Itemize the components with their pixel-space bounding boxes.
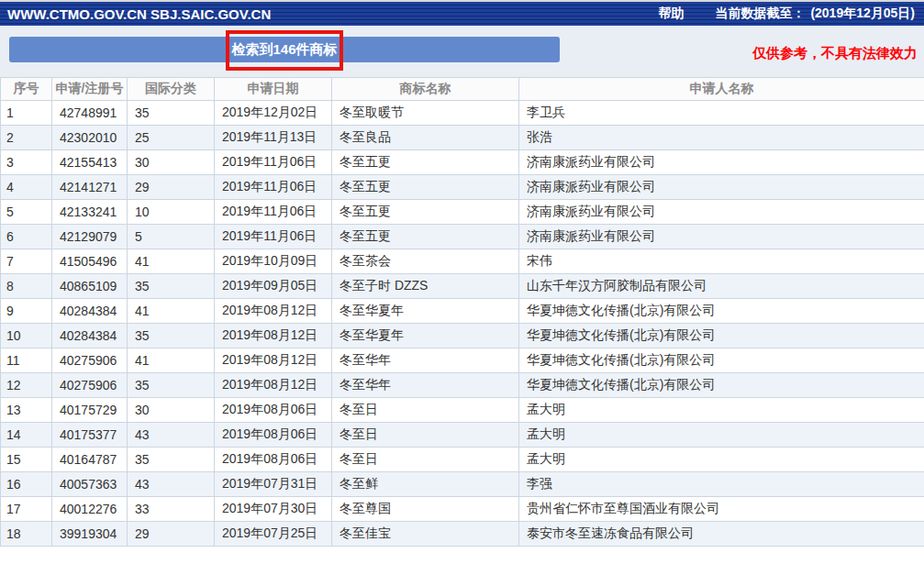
reg-no-link[interactable]: 40012276 <box>52 497 128 522</box>
trademark-link[interactable]: 冬至尊国 <box>332 497 519 522</box>
applicant-cell: 华夏坤德文化传播(北京)有限公司 <box>519 299 924 324</box>
applicant-cell: 济南康派药业有限公司 <box>519 150 924 175</box>
applicant-cell: 李卫兵 <box>519 101 924 126</box>
reg-no-link[interactable]: 40275906 <box>52 348 128 373</box>
seq-cell: 13 <box>1 398 52 423</box>
reg-no-link[interactable]: 40284384 <box>52 299 128 324</box>
column-header-applicant: 申请人名称 <box>519 78 924 101</box>
apply-date-cell: 2019年12月02日 <box>215 101 332 126</box>
applicant-cell: 济南康派药业有限公司 <box>519 175 924 200</box>
trademark-link[interactable]: 冬至取暖节 <box>332 101 519 126</box>
seq-cell: 12 <box>1 373 52 398</box>
seq-cell: 9 <box>1 299 52 324</box>
intl-class-cell: 33 <box>128 497 215 522</box>
reg-no-link[interactable]: 40175729 <box>52 398 128 423</box>
reg-no-link[interactable]: 42133241 <box>52 200 128 225</box>
seq-cell: 11 <box>1 348 52 373</box>
trademark-link[interactable]: 冬至五更 <box>332 225 519 249</box>
table-row: 15 40164787 35 2019年08月06日 冬至日 孟大明 <box>1 448 924 472</box>
trademark-link[interactable]: 冬至五更 <box>332 150 519 175</box>
apply-date-cell: 2019年11月06日 <box>215 200 332 225</box>
table-row: 4 42141271 29 2019年11月06日 冬至五更 济南康派药业有限公… <box>1 175 924 200</box>
seq-cell: 14 <box>1 423 52 448</box>
intl-class-cell: 10 <box>128 200 215 225</box>
trademark-link[interactable]: 冬至日 <box>332 448 519 472</box>
help-link[interactable]: 帮助 <box>658 6 684 22</box>
reg-no-link[interactable]: 40175377 <box>52 423 128 448</box>
reg-no-link[interactable]: 40057363 <box>52 472 128 497</box>
table-row: 11 40275906 41 2019年08月12日 冬至华年 华夏坤德文化传播… <box>1 348 924 373</box>
intl-class-cell: 30 <box>128 398 215 423</box>
trademark-link[interactable]: 冬至五更 <box>332 200 519 225</box>
trademark-link[interactable]: 冬至佳宝 <box>332 522 519 547</box>
column-header-seq: 序号 <box>1 78 52 101</box>
intl-class-cell: 35 <box>128 373 215 398</box>
seq-cell: 4 <box>1 175 52 200</box>
disclaimer-text: 仅供参考，不具有法律效力 <box>752 45 918 62</box>
applicant-cell: 孟大明 <box>519 423 924 448</box>
reg-no-link[interactable]: 40164787 <box>52 448 128 472</box>
trademark-link[interactable]: 冬至华年 <box>332 348 519 373</box>
apply-date-cell: 2019年11月06日 <box>215 150 332 175</box>
seq-cell: 1 <box>1 101 52 126</box>
results-tbody: 1 42748991 35 2019年12月02日 冬至取暖节 李卫兵 2 42… <box>1 101 924 547</box>
trademark-link[interactable]: 冬至五更 <box>332 175 519 200</box>
table-row: 5 42133241 10 2019年11月06日 冬至五更 济南康派药业有限公… <box>1 200 924 225</box>
intl-class-cell: 30 <box>128 150 215 175</box>
results-table: 序号 申请/注册号 国际分类 申请日期 商标名称 申请人名称 1 4274899… <box>0 77 924 547</box>
table-row: 2 42302010 25 2019年11月13日 冬至良品 张浩 <box>1 126 924 150</box>
intl-class-cell: 43 <box>128 423 215 448</box>
site-title: WWW.CTMO.GOV.CN SBJ.SAIC.GOV.CN <box>7 6 658 22</box>
applicant-cell: 华夏坤德文化传播(北京)有限公司 <box>519 373 924 398</box>
seq-cell: 8 <box>1 274 52 299</box>
trademark-link[interactable]: 冬至鲜 <box>332 472 519 497</box>
apply-date-cell: 2019年10月09日 <box>215 249 332 274</box>
apply-date-cell: 2019年08月06日 <box>215 423 332 448</box>
result-count-banner: 检索到146件商标 <box>9 37 560 62</box>
trademark-link[interactable]: 冬至华夏年 <box>332 324 519 348</box>
apply-date-cell: 2019年07月25日 <box>215 522 332 547</box>
intl-class-cell: 35 <box>128 448 215 472</box>
trademark-link[interactable]: 冬至茶会 <box>332 249 519 274</box>
intl-class-cell: 29 <box>128 175 215 200</box>
column-header-apply-date: 申请日期 <box>215 78 332 101</box>
result-band: 检索到146件商标 仅供参考，不具有法律效力 <box>0 26 924 77</box>
apply-date-cell: 2019年11月13日 <box>215 126 332 150</box>
trademark-link[interactable]: 冬至良品 <box>332 126 519 150</box>
data-cutoff-value: (2019年12月05日) <box>810 6 915 22</box>
table-row: 10 40284384 35 2019年08月12日 冬至华夏年 华夏坤德文化传… <box>1 324 924 348</box>
seq-cell: 7 <box>1 249 52 274</box>
reg-no-link[interactable]: 41505496 <box>52 249 128 274</box>
reg-no-link[interactable]: 42129079 <box>52 225 128 249</box>
reg-no-link[interactable]: 40865109 <box>52 274 128 299</box>
reg-no-link[interactable]: 42141271 <box>52 175 128 200</box>
column-header-reg-no: 申请/注册号 <box>52 78 128 101</box>
table-row: 13 40175729 30 2019年08月06日 冬至日 孟大明 <box>1 398 924 423</box>
seq-cell: 2 <box>1 126 52 150</box>
apply-date-cell: 2019年08月12日 <box>215 324 332 348</box>
trademark-link[interactable]: 冬至华年 <box>332 373 519 398</box>
intl-class-cell: 41 <box>128 299 215 324</box>
trademark-link[interactable]: 冬至子时 DZZS <box>332 274 519 299</box>
header-row: 序号 申请/注册号 国际分类 申请日期 商标名称 申请人名称 <box>1 78 924 101</box>
reg-no-link[interactable]: 42155413 <box>52 150 128 175</box>
trademark-link[interactable]: 冬至日 <box>332 423 519 448</box>
applicant-cell: 山东千年汉方阿胶制品有限公司 <box>519 274 924 299</box>
reg-no-link[interactable]: 40275906 <box>52 373 128 398</box>
table-row: 18 39919304 29 2019年07月25日 冬至佳宝 泰安市冬至速冻食… <box>1 522 924 547</box>
topbar-right: 帮助 当前数据截至： (2019年12月05日) <box>658 6 915 22</box>
reg-no-link[interactable]: 42748991 <box>52 101 128 126</box>
reg-no-link[interactable]: 42302010 <box>52 126 128 150</box>
table-row: 16 40057363 43 2019年07月31日 冬至鲜 李强 <box>1 472 924 497</box>
reg-no-link[interactable]: 40284384 <box>52 324 128 348</box>
applicant-cell: 华夏坤德文化传播(北京)有限公司 <box>519 348 924 373</box>
apply-date-cell: 2019年11月06日 <box>215 175 332 200</box>
reg-no-link[interactable]: 39919304 <box>52 522 128 547</box>
intl-class-cell: 35 <box>128 101 215 126</box>
apply-date-cell: 2019年09月05日 <box>215 274 332 299</box>
intl-class-cell: 5 <box>128 225 215 249</box>
applicant-cell: 李强 <box>519 472 924 497</box>
trademark-link[interactable]: 冬至日 <box>332 398 519 423</box>
seq-cell: 17 <box>1 497 52 522</box>
trademark-link[interactable]: 冬至华夏年 <box>332 299 519 324</box>
